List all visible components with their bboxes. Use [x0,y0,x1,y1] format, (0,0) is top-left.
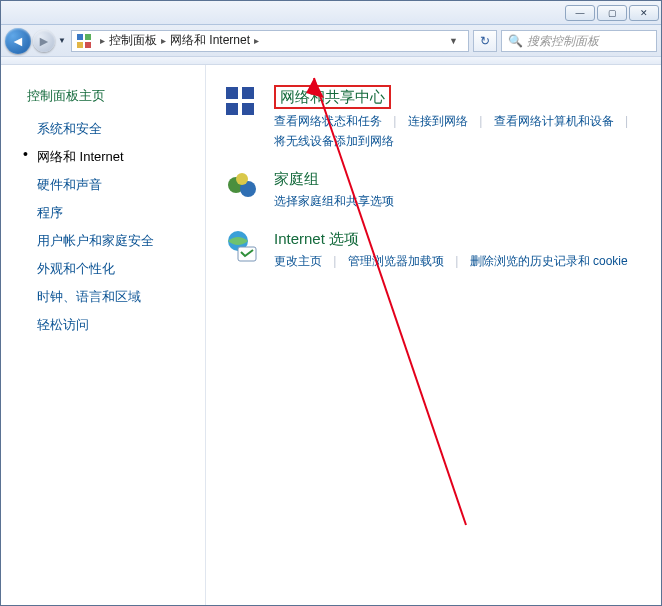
link-change-homepage[interactable]: 更改主页 [274,254,322,268]
control-panel-icon [76,33,92,49]
sidebar: 控制面板主页 系统和安全 网络和 Internet 硬件和声音 程序 用户帐户和… [1,65,206,605]
breadcrumb[interactable]: ▸ 控制面板 ▸ 网络和 Internet ▸ ▼ [71,30,469,52]
link-sep: | [617,114,636,128]
link-view-network-status[interactable]: 查看网络状态和任务 [274,114,382,128]
maximize-button[interactable]: ▢ [597,5,627,21]
breadcrumb-item-network[interactable]: 网络和 Internet [170,32,250,49]
forward-button[interactable]: ► [33,30,55,52]
content: 网络和共享中心 查看网络状态和任务 | 连接到网络 | 查看网络计算机和设备 |… [206,65,661,605]
svg-rect-0 [77,34,83,40]
search-box[interactable]: 🔍 [501,30,657,52]
sidebar-item-appearance[interactable]: 外观和个性化 [1,255,205,283]
link-manage-addons[interactable]: 管理浏览器加载项 [348,254,444,268]
breadcrumb-dropdown-icon[interactable]: ▼ [443,36,464,46]
entry-internet-options: Internet 选项 更改主页 | 管理浏览器加载项 | 删除浏览的历史记录和… [224,229,643,271]
toolbar [1,57,661,65]
entry-body: 网络和共享中心 查看网络状态和任务 | 连接到网络 | 查看网络计算机和设备 |… [274,85,643,151]
nav-buttons: ◄ ► ▼ [5,28,67,54]
back-arrow-icon: ◄ [11,33,25,49]
homegroup-icon [224,169,260,205]
refresh-icon: ↻ [480,34,490,48]
entry-title-homegroup[interactable]: 家庭组 [274,169,319,189]
entry-title-internet-options[interactable]: Internet 选项 [274,229,359,249]
refresh-button[interactable]: ↻ [473,30,497,52]
network-sharing-icon [224,85,260,121]
address-bar: ◄ ► ▼ ▸ 控制面板 ▸ 网络和 Internet ▸ ▼ ↻ 🔍 [1,25,661,57]
entry-network-sharing: 网络和共享中心 查看网络状态和任务 | 连接到网络 | 查看网络计算机和设备 |… [224,85,643,151]
titlebar: — ▢ ✕ [1,1,661,25]
sidebar-item-ease-of-access[interactable]: 轻松访问 [1,311,205,339]
minimize-button[interactable]: — [565,5,595,21]
link-sep: | [471,114,490,128]
svg-rect-1 [85,34,91,40]
breadcrumb-sep-icon: ▸ [157,35,170,46]
sidebar-item-programs[interactable]: 程序 [1,199,205,227]
svg-rect-3 [85,42,91,48]
search-input[interactable] [527,34,650,48]
link-delete-history[interactable]: 删除浏览的历史记录和 cookie [470,254,628,268]
sub-links: 更改主页 | 管理浏览器加载项 | 删除浏览的历史记录和 cookie [274,251,643,271]
sidebar-item-system-security[interactable]: 系统和安全 [1,115,205,143]
entry-body: 家庭组 选择家庭组和共享选项 [274,169,643,211]
entry-homegroup: 家庭组 选择家庭组和共享选项 [224,169,643,211]
sidebar-item-network-internet[interactable]: 网络和 Internet [1,143,205,171]
sidebar-item-user-accounts[interactable]: 用户帐户和家庭安全 [1,227,205,255]
breadcrumb-sep-icon: ▸ [96,35,109,46]
sub-links: 选择家庭组和共享选项 [274,191,643,211]
sidebar-item-hardware-sound[interactable]: 硬件和声音 [1,171,205,199]
nav-history-dropdown[interactable]: ▼ [57,28,67,54]
breadcrumb-sep-icon: ▸ [250,35,263,46]
link-add-wireless-device[interactable]: 将无线设备添加到网络 [274,134,394,148]
svg-rect-6 [226,103,238,115]
link-sep: | [385,114,404,128]
search-icon: 🔍 [508,34,523,48]
link-sep: | [325,254,344,268]
link-homegroup-options[interactable]: 选择家庭组和共享选项 [274,194,394,208]
svg-rect-2 [77,42,83,48]
svg-rect-5 [242,87,254,99]
sidebar-item-clock-language-region[interactable]: 时钟、语言和区域 [1,283,205,311]
entry-body: Internet 选项 更改主页 | 管理浏览器加载项 | 删除浏览的历史记录和… [274,229,643,271]
breadcrumb-item-control-panel[interactable]: 控制面板 [109,32,157,49]
internet-options-icon [224,229,260,265]
sidebar-heading[interactable]: 控制面板主页 [1,83,205,115]
link-connect-network[interactable]: 连接到网络 [408,114,468,128]
svg-rect-4 [226,87,238,99]
close-button[interactable]: ✕ [629,5,659,21]
back-button[interactable]: ◄ [5,28,31,54]
svg-rect-7 [242,103,254,115]
sub-links: 查看网络状态和任务 | 连接到网络 | 查看网络计算机和设备 | 将无线设备添加… [274,111,643,151]
entry-title-network-sharing[interactable]: 网络和共享中心 [274,85,391,109]
link-sep: | [447,254,466,268]
forward-arrow-icon: ► [37,33,51,49]
main: 控制面板主页 系统和安全 网络和 Internet 硬件和声音 程序 用户帐户和… [1,65,661,605]
svg-point-10 [236,173,248,185]
link-view-computers-devices[interactable]: 查看网络计算机和设备 [494,114,614,128]
